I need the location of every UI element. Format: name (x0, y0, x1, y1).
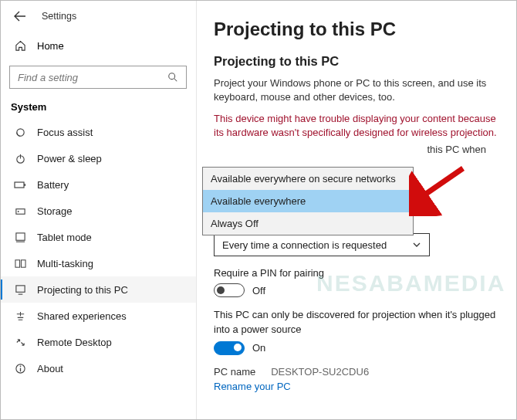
nav-battery[interactable]: Battery (0, 171, 196, 198)
discover-section: This PC can only be discovered for proje… (214, 308, 502, 354)
page-title: Projecting to this PC (214, 19, 502, 40)
svg-rect-11 (15, 259, 19, 266)
window-title: Settings (42, 11, 76, 22)
power-icon (14, 152, 26, 164)
nav-label: Focus assist (37, 127, 93, 138)
rename-pc-link[interactable]: Rename your PC (214, 381, 502, 392)
home-icon (14, 40, 26, 52)
nav-remote-desktop[interactable]: Remote Desktop (0, 329, 196, 355)
nav-label: Shared experiences (37, 310, 127, 322)
discover-state: On (252, 342, 265, 354)
top-bar: Settings (0, 0, 196, 22)
svg-rect-13 (15, 285, 24, 291)
svg-rect-12 (21, 259, 25, 266)
nav-list: Focus assist Power & sleep Battery Stora… (0, 119, 196, 381)
nav-power-sleep[interactable]: Power & sleep (0, 145, 196, 171)
discover-toggle[interactable]: On (214, 341, 502, 355)
home-nav[interactable]: Home (0, 34, 196, 58)
svg-line-1 (174, 79, 177, 82)
dropdown-option-secure[interactable]: Available everywhere on secure networks (203, 168, 413, 190)
nav-focus-assist[interactable]: Focus assist (0, 119, 196, 145)
search-input[interactable] (9, 66, 187, 89)
home-label: Home (37, 40, 64, 52)
nav-label: Storage (37, 205, 73, 217)
pin-label: Require a PIN for pairing (214, 267, 502, 279)
nav-label: About (37, 363, 63, 374)
svg-point-0 (169, 73, 175, 80)
svg-rect-5 (15, 182, 24, 188)
projecting-icon (14, 283, 26, 296)
discover-label: This PC can only be discovered for proje… (214, 308, 502, 336)
projecting-dropdown[interactable]: Available everywhere on secure networks … (202, 167, 414, 235)
settings-nav-panel: Settings Home System Focus assist Power … (0, 0, 197, 420)
svg-rect-6 (25, 184, 26, 186)
shared-icon (14, 310, 26, 322)
nav-storage[interactable]: Storage (0, 198, 196, 224)
warning-text: This device might have trouble displayin… (214, 112, 502, 139)
pcname-row: PC name DESKTOP-SU2CDU6 (214, 366, 502, 378)
battery-icon (14, 178, 26, 191)
ask-select-value: Every time a connection is requested (222, 239, 387, 251)
section-subtitle: Projecting to this PC (214, 54, 502, 69)
nav-label: Remote Desktop (37, 337, 112, 348)
pin-section: Require a PIN for pairing Off (214, 267, 502, 297)
nav-label: Multi-tasking (37, 258, 93, 269)
svg-rect-7 (15, 208, 24, 214)
storage-icon (14, 205, 26, 217)
nav-shared-experiences[interactable]: Shared experiences (0, 303, 196, 329)
svg-point-16 (19, 365, 21, 367)
nav-label: Battery (37, 179, 69, 191)
dropdown-option-off[interactable]: Always Off (203, 212, 413, 235)
intro-text: Project your Windows phone or PC to this… (214, 76, 502, 104)
partial-text: this PC when (214, 144, 502, 155)
pin-toggle[interactable]: Off (214, 283, 502, 297)
nav-about[interactable]: About (0, 355, 196, 381)
focus-assist-icon (14, 126, 26, 138)
pcname-label: PC name (214, 366, 255, 378)
nav-tablet-mode[interactable]: Tablet mode (0, 224, 196, 250)
pin-state: Off (252, 285, 265, 296)
nav-label: Projecting to this PC (37, 284, 128, 296)
multitasking-icon (14, 257, 26, 269)
chevron-down-icon (412, 240, 421, 249)
nav-label: Tablet mode (37, 232, 92, 243)
svg-rect-9 (15, 232, 24, 239)
about-icon (14, 362, 26, 374)
tablet-icon (14, 231, 26, 243)
remote-desktop-icon (14, 336, 26, 348)
nav-projecting[interactable]: Projecting to this PC (0, 276, 196, 303)
dropdown-option-everywhere[interactable]: Available everywhere (203, 190, 413, 212)
search-icon (167, 72, 178, 83)
search-field[interactable] (18, 72, 157, 83)
pcname-value: DESKTOP-SU2CDU6 (271, 366, 369, 378)
category-system: System (0, 89, 196, 119)
nav-label: Power & sleep (37, 153, 102, 164)
nav-multitasking[interactable]: Multi-tasking (0, 250, 196, 276)
search-wrap (0, 66, 196, 89)
back-arrow-icon[interactable] (14, 11, 26, 22)
svg-point-8 (17, 211, 19, 212)
ask-select[interactable]: Every time a connection is requested (214, 233, 430, 256)
